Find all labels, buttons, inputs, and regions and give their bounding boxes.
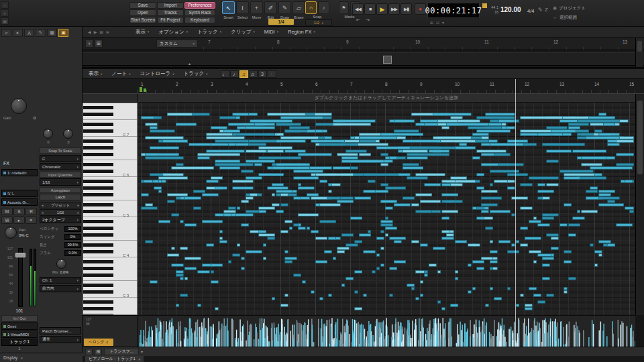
scrollbar-thumb[interactable]: [637, 41, 642, 52]
mode-dropdown[interactable]: 通常▾: [40, 336, 81, 343]
file-button-preferences[interactable]: Preferences: [184, 2, 215, 9]
right-arrow-icon[interactable]: ▸: [77, 203, 79, 207]
time-icon[interactable]: ⊞: [430, 20, 433, 25]
arp-preset-spinner[interactable]: ◂プリセット▸: [40, 202, 81, 208]
snap-toggle-button[interactable]: ∩: [305, 1, 317, 14]
r-button[interactable]: R: [25, 208, 37, 215]
file-button-fit-project[interactable]: Fit Project: [157, 17, 184, 23]
arp-channel-dropdown[interactable]: Ch: 1▾: [40, 277, 81, 284]
arp-mix-knob[interactable]: [56, 259, 66, 269]
loop-icon[interactable]: ⇤: [356, 17, 360, 23]
time-icon[interactable]: ⊟: [436, 20, 439, 25]
menu-表示[interactable]: 表示▾: [131, 29, 154, 36]
s-button[interactable]: S: [13, 208, 25, 215]
menubar-icon[interactable]: ⊞: [106, 29, 109, 34]
pianoroll-view-tab[interactable]: ピアノロール - トラック1 ×: [85, 356, 144, 362]
meter-display[interactable]: 4/4: [527, 8, 534, 14]
loop-icon[interactable]: ⇥: [366, 17, 370, 23]
note-duration-button[interactable]: 3: [258, 70, 267, 78]
file-button-synth-rack[interactable]: Synth Rack: [184, 9, 215, 16]
file-button-tracks[interactable]: Tracks: [157, 9, 184, 16]
dock-grid-icon[interactable]: ⊞: [95, 349, 102, 355]
midi-clip[interactable]: [383, 56, 392, 64]
inspector-icon[interactable]: A: [24, 29, 34, 37]
snap-resolution-value[interactable]: 1/4: [268, 19, 294, 25]
menubar-icon[interactable]: ▶: [94, 29, 97, 34]
offset-knob-1[interactable]: [43, 129, 53, 139]
snap-note-button[interactable]: ♪: [318, 1, 329, 14]
file-button-import[interactable]: Import: [157, 2, 184, 9]
pencil-icon[interactable]: ✎: [538, 7, 543, 13]
tool-smart[interactable]: ↖Smart: [221, 1, 235, 19]
velocity-lane-canvas[interactable]: [138, 315, 635, 347]
scale-root-dropdown[interactable]: C▾: [40, 155, 81, 162]
arp-range-dropdown[interactable]: 2オクターブ▾: [40, 217, 81, 223]
menubar-icon[interactable]: ◀: [88, 29, 91, 34]
pr-menu-トラック[interactable]: トラック▾: [179, 70, 213, 77]
corner-icon[interactable]: ▤: [1, 17, 9, 25]
play-button[interactable]: ▶: [376, 3, 388, 15]
articulation-hint-bar[interactable]: ダブルクリックまたはドラッグしてアーティキュレーションを追加: [138, 94, 635, 103]
freeze-button[interactable]: ≡: [25, 217, 37, 224]
tool-erase[interactable]: ▱Erase: [292, 1, 306, 19]
marks-flag-button[interactable]: ⚑: [339, 1, 349, 14]
corner-icon[interactable]: +: [1, 9, 9, 17]
pianoroll-ruler[interactable]: 123456789101112131415: [83, 79, 644, 94]
stop-button[interactable]: ■: [364, 3, 376, 15]
arp-param-value[interactable]: 0%: [64, 234, 81, 240]
dock-transform-tab[interactable]: トランスフ...: [104, 348, 139, 355]
loop-start-marker[interactable]: [140, 87, 142, 92]
left-arrow-icon[interactable]: ◂: [42, 203, 44, 207]
collapse-icon[interactable]: ▲: [188, 62, 191, 66]
gain-knob[interactable]: [11, 98, 27, 114]
fx-slot[interactable]: なし: [1, 190, 38, 197]
arp-param-value[interactable]: 0.0%: [64, 250, 81, 256]
m-button[interactable]: M: [1, 208, 13, 215]
arp-rate-spinner[interactable]: ◂1/16▸: [40, 209, 81, 216]
corner-icon[interactable]: ○: [1, 1, 9, 9]
file-button-save[interactable]: Save: [129, 2, 156, 9]
track-lane[interactable]: ▲: [83, 51, 644, 68]
close-icon[interactable]: ×: [138, 357, 141, 361]
note-duration-button[interactable]: ♪: [230, 70, 239, 78]
display-bar[interactable]: Display ▾: [0, 353, 83, 362]
menu-トラック[interactable]: トラック▾: [193, 29, 226, 36]
pan-knob[interactable]: [5, 227, 17, 239]
chevron-down-icon[interactable]: ▾: [141, 349, 143, 354]
menubar-icon[interactable]: ▤: [99, 29, 103, 34]
tool-edit[interactable]: ✐Edit: [264, 1, 278, 19]
note-duration-button[interactable]: ·: [268, 70, 276, 78]
record-button[interactable]: ●: [415, 3, 426, 15]
tool-draw[interactable]: ✎Draw: [278, 1, 292, 19]
z-icon[interactable]: Z: [545, 7, 548, 13]
patch-browser-button[interactable]: Patch Browser...: [40, 327, 81, 335]
file-button-keyboard[interactable]: Keyboard: [184, 17, 215, 23]
io-output-row[interactable]: 1-VirtualMIDI: [1, 330, 38, 338]
note-duration-button[interactable]: ♬: [249, 70, 258, 78]
dock-add-button[interactable]: +: [85, 349, 93, 355]
latch-button[interactable]: Latch: [40, 194, 81, 200]
note-duration-button[interactable]: ♫: [239, 70, 248, 78]
menu-クリップ[interactable]: クリップ▾: [226, 29, 260, 36]
scrollbar-thumb[interactable]: [637, 101, 643, 174]
inspector-icon[interactable]: ✎: [36, 29, 46, 37]
fx-slot[interactable]: 1: <default>: [1, 169, 38, 176]
track-name[interactable]: トラック1: [1, 339, 38, 346]
range-row[interactable]: ↔選択範囲: [553, 13, 586, 22]
forward-button[interactable]: ▶▶: [388, 3, 400, 15]
pr-menu-表示[interactable]: 表示▾: [84, 70, 107, 77]
note-grid-canvas[interactable]: [138, 103, 635, 315]
file-button-open[interactable]: Open: [129, 9, 156, 16]
punch-marker[interactable]: [144, 88, 146, 92]
project-row[interactable]: ◉プロジェクト: [553, 3, 586, 13]
tool-select[interactable]: ISelect: [235, 1, 250, 19]
volume-fader-thumb[interactable]: [15, 253, 25, 257]
pianoroll-vertical-scrollbar[interactable]: [635, 94, 644, 315]
arp-param-value[interactable]: 99.5%: [64, 242, 81, 248]
arp-param-value[interactable]: 100%: [64, 226, 81, 232]
rewind-button[interactable]: ◀◀: [352, 3, 364, 15]
write-button[interactable]: W: [1, 217, 13, 224]
menu-MIDI[interactable]: MIDI▾: [260, 29, 283, 36]
inspector-icon[interactable]: ▸: [13, 29, 23, 37]
right-arrow-icon[interactable]: ▸: [77, 210, 79, 215]
